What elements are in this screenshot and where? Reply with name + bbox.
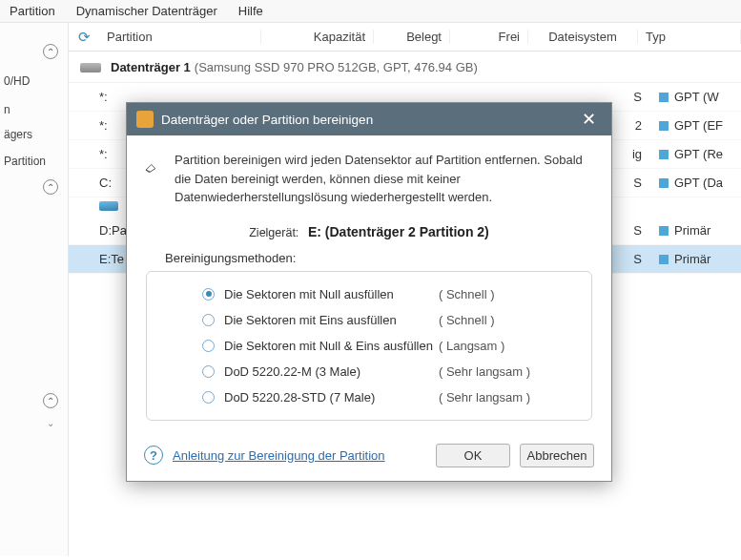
method-name: DoD 5220.28-STD (7 Male): [224, 390, 439, 404]
method-option[interactable]: DoD 5220.28-STD (7 Male) ( Sehr langsam …: [158, 384, 580, 410]
method-option[interactable]: Die Sektoren mit Null ausfüllen ( Schnel…: [158, 281, 580, 307]
method-speed: ( Schnell ): [439, 313, 495, 327]
radio-icon[interactable]: [202, 391, 215, 404]
target-value: E: (Datenträger 2 Partition 2): [308, 224, 489, 239]
wipe-icon: [136, 111, 154, 128]
method-name: Die Sektoren mit Eins ausfüllen: [224, 313, 439, 327]
method-name: Die Sektoren mit Null ausfüllen: [224, 287, 439, 301]
help-link[interactable]: Anleitung zur Bereinigung der Partition: [173, 448, 385, 463]
dialog-overlay: Datenträger oder Partition bereinigen ✕ …: [0, 0, 741, 560]
warning-text: Partition bereinigen wird jeden Datensek…: [175, 151, 594, 207]
methods-label: Bereinigungsmethoden:: [165, 251, 594, 265]
radio-icon[interactable]: [202, 288, 215, 301]
ok-button[interactable]: OK: [436, 444, 510, 467]
radio-icon[interactable]: [202, 340, 215, 352]
method-name: DoD 5220.22-M (3 Male): [224, 364, 439, 379]
radio-icon[interactable]: [202, 314, 215, 326]
method-option[interactable]: Die Sektoren mit Null & Eins ausfüllen (…: [158, 333, 580, 359]
close-icon[interactable]: ✕: [576, 109, 602, 130]
target-line: Zielgerät: E: (Datenträger 2 Partition 2…: [144, 224, 594, 239]
method-option[interactable]: Die Sektoren mit Eins ausfüllen ( Schnel…: [158, 307, 580, 333]
target-label: Zielgerät:: [249, 226, 298, 239]
method-speed: ( Sehr langsam ): [439, 364, 530, 379]
method-name: Die Sektoren mit Null & Eins ausfüllen: [224, 339, 439, 353]
wipe-dialog: Datenträger oder Partition bereinigen ✕ …: [126, 102, 612, 482]
eraser-icon: [144, 156, 157, 179]
help-icon[interactable]: ?: [144, 446, 163, 465]
method-option[interactable]: DoD 5220.22-M (3 Male) ( Sehr langsam ): [158, 359, 580, 384]
method-speed: ( Langsam ): [439, 339, 504, 353]
warning-block: Partition bereinigen wird jeden Datensek…: [144, 151, 594, 207]
cancel-button[interactable]: Abbrechen: [520, 444, 594, 467]
radio-icon[interactable]: [202, 365, 215, 378]
methods-box: Die Sektoren mit Null ausfüllen ( Schnel…: [146, 271, 592, 421]
dialog-footer: ? Anleitung zur Bereinigung der Partitio…: [127, 432, 611, 481]
dialog-titlebar: Datenträger oder Partition bereinigen ✕: [127, 103, 611, 135]
dialog-title: Datenträger oder Partition bereinigen: [161, 113, 576, 127]
method-speed: ( Sehr langsam ): [439, 390, 530, 404]
dialog-body: Partition bereinigen wird jeden Datensek…: [127, 135, 611, 432]
method-speed: ( Schnell ): [439, 287, 495, 301]
